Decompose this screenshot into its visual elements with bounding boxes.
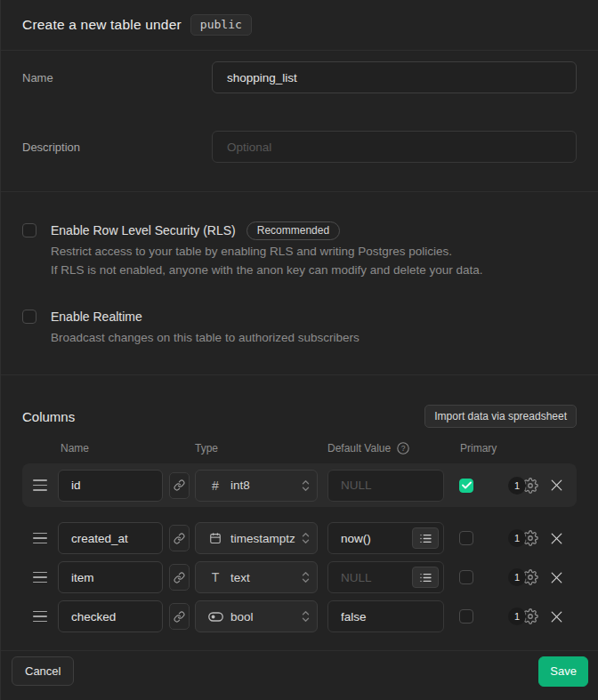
default-suggestions-button[interactable] — [412, 527, 439, 549]
columns-grid-header: Name Type Default Value? Primary — [22, 442, 577, 455]
remove-column-button[interactable] — [549, 570, 563, 584]
select-chevrons-icon — [302, 531, 310, 545]
column-type-select[interactable]: timestamptz — [195, 522, 318, 554]
save-button[interactable]: Save — [538, 656, 588, 687]
column-type-value: int8 — [230, 479, 302, 492]
default-suggestions-button[interactable] — [412, 567, 439, 588]
column-type-select[interactable]: # int8 — [195, 470, 318, 502]
column-settings-button[interactable]: 1 — [508, 477, 538, 495]
primary-key-checkbox[interactable] — [459, 479, 473, 493]
link-icon — [174, 572, 185, 583]
settings-count-badge: 1 — [508, 529, 526, 547]
cancel-button[interactable]: Cancel — [12, 656, 74, 686]
table-description-input[interactable] — [212, 131, 577, 163]
options-section: Enable Row Level Security (RLS) Recommen… — [1, 192, 598, 375]
col-header-default: Default Value — [327, 442, 391, 455]
realtime-label: Enable Realtime — [51, 310, 142, 324]
drag-handle-icon[interactable] — [33, 533, 47, 544]
description-field-row: Description — [22, 131, 577, 163]
description-label: Description — [22, 141, 80, 154]
column-type-value: bool — [230, 610, 302, 624]
list-icon — [420, 573, 432, 583]
help-icon[interactable]: ? — [397, 442, 409, 455]
column-default-input[interactable] — [327, 470, 444, 502]
drag-handle-icon[interactable] — [33, 572, 47, 583]
col-header-type: Type — [195, 442, 218, 455]
column-type-value: text — [230, 571, 302, 584]
calendar-icon — [207, 532, 223, 544]
column-settings-button[interactable]: 1 — [508, 607, 538, 625]
settings-count-badge: 1 — [508, 477, 526, 495]
recommended-badge: Recommended — [246, 221, 340, 240]
realtime-description: Broadcast changes on this table to autho… — [51, 329, 360, 348]
columns-section: Columns Import data via spreadsheet Name… — [1, 375, 598, 650]
table-form-section: Name Description — [1, 51, 598, 192]
rls-description-line2: If RLS is not enabled, anyone with the a… — [51, 261, 483, 280]
foreign-key-button[interactable] — [169, 564, 190, 591]
name-field-row: Name — [22, 61, 577, 93]
column-name-input[interactable] — [58, 470, 163, 502]
check-icon — [462, 481, 472, 489]
hash-icon: # — [207, 479, 223, 493]
select-chevrons-icon — [302, 479, 310, 493]
letter-t-icon: T — [207, 570, 223, 584]
drag-handle-icon[interactable] — [33, 479, 47, 491]
panel-header: Create a new table under public — [1, 0, 598, 51]
column-default-input[interactable] — [327, 600, 444, 632]
rls-toggle-row: Enable Row Level Security (RLS) Recommen… — [22, 222, 577, 279]
settings-count-badge: 1 — [508, 568, 526, 586]
svg-text:?: ? — [401, 444, 406, 453]
remove-column-button[interactable] — [549, 531, 563, 545]
realtime-toggle-row: Enable Realtime Broadcast changes on thi… — [22, 309, 577, 348]
settings-count-badge: 1 — [508, 607, 526, 625]
schema-badge: public — [190, 14, 252, 36]
rls-description-line1: Restrict access to your table by enablin… — [51, 243, 483, 261]
toggle-icon — [207, 612, 223, 622]
drag-handle-icon[interactable] — [33, 611, 47, 623]
column-type-value: timestamptz — [230, 532, 302, 545]
remove-column-button[interactable] — [549, 479, 563, 493]
rls-checkbox[interactable] — [22, 223, 36, 237]
foreign-key-button[interactable] — [169, 603, 190, 630]
select-chevrons-icon — [302, 609, 310, 624]
select-chevrons-icon — [302, 570, 310, 584]
list-icon — [420, 534, 432, 543]
primary-key-checkbox[interactable] — [459, 531, 473, 545]
column-row-created-at: timestamptz 1 — [22, 522, 577, 554]
link-icon — [174, 533, 185, 544]
column-type-select[interactable]: bool — [195, 600, 318, 632]
rls-label: Enable Row Level Security (RLS) — [51, 223, 236, 237]
realtime-checkbox[interactable] — [22, 310, 36, 324]
close-icon — [550, 532, 563, 545]
foreign-key-button[interactable] — [169, 525, 190, 551]
column-row-item: T text 1 — [22, 561, 577, 593]
table-name-input[interactable] — [212, 61, 577, 93]
create-table-panel: Create a new table under public Name Des… — [0, 0, 598, 700]
primary-key-checkbox[interactable] — [459, 570, 473, 584]
remove-column-button[interactable] — [549, 609, 563, 624]
col-header-name: Name — [61, 442, 89, 455]
link-icon — [174, 479, 185, 491]
import-spreadsheet-button[interactable]: Import data via spreadsheet — [424, 405, 577, 428]
close-icon — [550, 571, 563, 584]
panel-footer: Cancel Save — [1, 650, 598, 700]
col-header-primary: Primary — [460, 442, 497, 455]
column-name-input[interactable] — [58, 522, 163, 554]
foreign-key-button[interactable] — [169, 472, 190, 499]
panel-title: Create a new table under — [22, 17, 182, 33]
close-icon — [550, 479, 563, 492]
column-settings-button[interactable]: 1 — [508, 568, 538, 586]
column-name-input[interactable] — [58, 600, 163, 632]
column-settings-button[interactable]: 1 — [508, 529, 538, 547]
column-type-select[interactable]: T text — [195, 561, 318, 593]
column-row-id: # int8 1 — [22, 463, 577, 507]
close-icon — [550, 610, 563, 624]
column-row-checked: bool 1 — [22, 600, 577, 632]
columns-heading: Columns — [22, 409, 75, 424]
primary-key-checkbox[interactable] — [459, 609, 473, 624]
column-name-input[interactable] — [58, 561, 163, 593]
name-label: Name — [22, 71, 53, 84]
link-icon — [174, 611, 185, 623]
